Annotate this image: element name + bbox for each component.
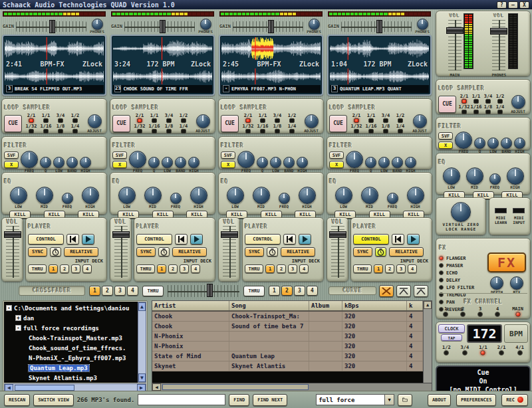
tree-vertical-scrollbar[interactable]: ▲ ▼ (138, 302, 146, 383)
filter-high-knob[interactable] (80, 157, 91, 168)
scroll-up-icon[interactable]: ▲ (138, 302, 146, 311)
loop-fraction-led[interactable] (289, 118, 295, 123)
playlist-row[interactable]: ChookSound of time beta 73204 (152, 322, 423, 332)
control-button[interactable]: CONTROL (136, 234, 172, 245)
input-deck-button-1[interactable]: 1 (157, 264, 166, 273)
bpm-fraction-4-1[interactable]: 4/1 (515, 345, 524, 356)
playlist-row[interactable]: N-Phonix3204 (152, 342, 423, 352)
loop-fraction-led[interactable] (462, 110, 467, 114)
filter-band-knob[interactable] (175, 157, 186, 168)
scroll-left-icon[interactable]: ◀ (152, 383, 161, 391)
filter-x-button[interactable]: X (112, 161, 127, 168)
main-volume-handle[interactable] (446, 27, 464, 34)
eq-high-knob[interactable] (407, 187, 424, 204)
crossfader-handle[interactable] (207, 284, 213, 297)
filter-low-knob[interactable] (378, 157, 390, 168)
main-volume-fader[interactable] (448, 20, 462, 70)
crossfader-slider[interactable] (168, 285, 239, 297)
phones-knob[interactable] (92, 19, 103, 30)
dropdown-arrow-icon[interactable]: ▼ (384, 395, 394, 405)
input-deck-button-3[interactable]: 3 (288, 264, 297, 273)
loop-fraction-led[interactable] (275, 129, 280, 134)
volume-fader-handle[interactable] (221, 231, 238, 238)
filter-band-knob[interactable] (283, 157, 295, 168)
loop-fraction-led[interactable] (260, 118, 265, 123)
eq-high-knob[interactable] (190, 187, 207, 204)
loop-fraction-led[interactable] (497, 110, 503, 114)
waveform-bottom[interactable] (113, 68, 212, 84)
fx-channel-main[interactable]: MAIN (512, 306, 523, 317)
loop-fraction-led[interactable] (354, 129, 359, 134)
gain-slider-handle[interactable] (160, 20, 166, 33)
input-deck-button-4[interactable]: 4 (408, 264, 417, 273)
tree-item[interactable]: N-PhoniX_-_Ephyra_ff007.mp3 (6, 353, 138, 363)
eq-low-knob[interactable] (227, 187, 244, 204)
tree-item[interactable]: Chook-Trainspot_Master.mp3 (6, 333, 138, 343)
fx-channel-4[interactable]: 4 (495, 306, 500, 317)
input-deck-button-2[interactable]: 2 (277, 264, 286, 273)
playlist-vertical-scrollbar[interactable]: ▲ (423, 301, 432, 383)
loop-fraction-led[interactable] (383, 118, 388, 123)
fx-channel-led[interactable] (515, 312, 521, 317)
fx-effect-lfo-filter[interactable]: LFO FILTER (439, 284, 485, 291)
filter-freq-knob[interactable] (455, 132, 472, 149)
scroll-down-icon[interactable]: ▼ (138, 373, 146, 382)
fx-mix-knob[interactable] (510, 276, 523, 290)
input-deck-button-4[interactable]: 4 (191, 264, 200, 273)
fx-channel-1[interactable]: 1 (443, 306, 448, 317)
playlist-row[interactable]: SkynetSkynet Atlantis3204 (152, 361, 423, 371)
waveform-display[interactable]: 2:45 BPM-FX ZLock - EPHYRA FF007.MP3 N-P… (219, 35, 323, 96)
bpm-fraction-led[interactable] (444, 350, 449, 356)
filter-x-button[interactable]: X (4, 161, 19, 168)
input-deck-button-2[interactable]: 2 (60, 264, 69, 273)
input-deck-button-4[interactable]: 4 (82, 264, 92, 273)
play-button[interactable] (407, 234, 420, 245)
playlist-horizontal-scrollbar[interactable]: ◀ (152, 383, 432, 391)
loop-fraction-led[interactable] (485, 110, 491, 114)
gain-slider-handle[interactable] (268, 20, 274, 33)
input-deck-button-1[interactable]: 1 (374, 264, 383, 273)
play-button[interactable] (190, 234, 203, 245)
waveform-display[interactable]: 1:04 172 BPM ZLock 3 QUANTUM LEAP.MP3 QU… (327, 35, 432, 96)
svf-button[interactable]: SVF (221, 152, 235, 159)
fx-channel-3[interactable]: 3 (477, 306, 483, 317)
loop-fraction-led[interactable] (58, 118, 63, 123)
preferences-button[interactable]: PREFERENCES (456, 394, 496, 406)
loop-fraction-led[interactable] (43, 129, 49, 134)
tree-hscroll-thumb[interactable] (15, 385, 74, 391)
loop-fraction-led[interactable] (383, 129, 388, 134)
loop-fraction-led[interactable] (137, 129, 142, 134)
crossfader-right-thru-button[interactable]: THRU (243, 286, 265, 296)
filter-low-knob[interactable] (487, 138, 499, 149)
curve-fast-button[interactable] (414, 285, 428, 297)
gain-slider[interactable] (233, 21, 303, 32)
filter-freq-knob[interactable] (346, 151, 363, 168)
bpm-fraction-led[interactable] (517, 350, 523, 356)
rescan-button[interactable]: RESCAN (4, 394, 30, 406)
control-button[interactable]: CONTROL (353, 234, 389, 245)
zlock-indicator[interactable]: ZLock (82, 60, 102, 68)
tree-item-label[interactable]: C:\Documents and Settings\daniou (14, 305, 129, 312)
loop-fraction-led[interactable] (43, 118, 49, 123)
tree-item[interactable]: +dan (6, 313, 138, 323)
filter-freq-knob[interactable] (237, 151, 255, 168)
midi-input-button[interactable] (513, 208, 525, 213)
bpm-fraction-3-4[interactable]: 3/4 (461, 345, 469, 356)
fx-effect-flanger[interactable]: FLANGER (439, 255, 485, 262)
control-button[interactable]: CONTROL (245, 234, 281, 245)
waveform-display[interactable]: 2:41 BPM-FX ZLock 3 BREAK 54 FLIPPED OUT… (2, 35, 106, 96)
pitch-clock-button[interactable] (375, 247, 386, 256)
phones-knob[interactable] (200, 19, 211, 30)
crossfader-left-assign-1[interactable]: 1 (89, 286, 100, 296)
phones-volume-fader[interactable] (492, 20, 505, 70)
fx-channel-led[interactable] (495, 312, 500, 317)
loop-fraction-led[interactable] (462, 99, 467, 104)
filter-q-knob[interactable] (40, 157, 51, 168)
filter-dropdown[interactable]: full force ▼ (316, 394, 394, 405)
relative-button[interactable]: RELATIVE (64, 247, 98, 256)
filter-low-knob[interactable] (162, 157, 173, 168)
loop-fraction-led[interactable] (497, 99, 503, 104)
eq-high-knob[interactable] (82, 187, 99, 204)
thru-button[interactable]: THRU (353, 264, 372, 273)
eq-freq-knob[interactable] (279, 193, 290, 204)
